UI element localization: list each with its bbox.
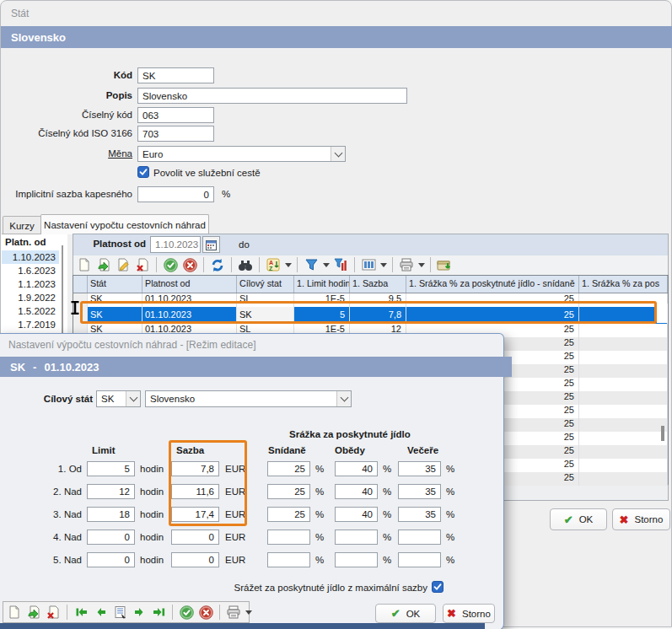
nav-last-icon[interactable] <box>150 604 167 621</box>
doc-list-icon[interactable] <box>111 604 128 621</box>
printer-icon[interactable] <box>225 604 242 621</box>
doc-delete-icon[interactable] <box>134 256 151 273</box>
nav-prev-icon[interactable] <box>92 604 109 621</box>
doc-open-icon[interactable] <box>95 256 112 273</box>
refresh-icon[interactable] <box>209 256 226 273</box>
grid-col-header[interactable]: 1. Srážka % za poskytnuté jídlo - snídan… <box>406 276 579 293</box>
obedy-input[interactable]: 40 <box>335 484 378 499</box>
grid-cell[interactable] <box>579 445 668 459</box>
grid-cell[interactable] <box>579 324 668 337</box>
grid-col-header[interactable]: Stát <box>88 276 142 293</box>
calendar-button[interactable] <box>202 236 220 253</box>
snidane-input[interactable]: 25 <box>267 507 310 522</box>
dropdown-arrow[interactable] <box>322 257 330 272</box>
limit-input[interactable]: 12 <box>87 484 135 499</box>
filter-columns-icon[interactable] <box>332 256 349 273</box>
iso-input[interactable]: 703 <box>137 126 214 142</box>
snidane-input[interactable] <box>267 552 310 567</box>
vecere-input[interactable]: 35 <box>398 507 441 522</box>
grid-col-header[interactable]: 1. Srážka % za pos <box>579 276 668 293</box>
date-list-item[interactable]: 1.10.2023 <box>2 250 59 264</box>
columns-icon[interactable] <box>360 256 377 273</box>
dropdown-arrow[interactable] <box>417 257 425 272</box>
grid-col-header[interactable]: 1. Limit hodin <box>294 276 350 293</box>
sort-az-icon[interactable]: AZ <box>265 256 282 273</box>
filter-icon[interactable] <box>303 256 320 273</box>
binoculars-icon[interactable] <box>237 256 254 273</box>
dropdown-arrow[interactable] <box>284 257 292 272</box>
obedy-input[interactable] <box>335 530 378 545</box>
srazet-checkbox[interactable] <box>432 581 444 593</box>
obedy-input[interactable]: 40 <box>335 507 378 522</box>
povolit-checkbox[interactable] <box>137 166 149 178</box>
vecere-input[interactable]: 35 <box>398 484 441 499</box>
vecere-input[interactable] <box>398 552 441 567</box>
obedy-input[interactable]: 40 <box>335 461 378 476</box>
vecere-input[interactable] <box>398 530 441 545</box>
grid-cell[interactable] <box>579 405 668 418</box>
grid-cell[interactable] <box>579 364 668 378</box>
grid-cell[interactable] <box>579 337 668 351</box>
snidane-input[interactable]: 25 <box>267 484 310 499</box>
obedy-input[interactable] <box>335 552 378 567</box>
ok-circle-icon[interactable] <box>178 604 195 621</box>
kod-input[interactable]: SK <box>137 67 214 83</box>
grid-cell[interactable] <box>579 351 668 364</box>
sazba-input[interactable]: 0 <box>171 530 219 545</box>
limit-input[interactable]: 18 <box>87 507 135 522</box>
limit-input[interactable]: 5 <box>87 461 135 476</box>
grid-cell[interactable] <box>579 391 668 405</box>
export-icon[interactable] <box>436 256 453 273</box>
ok-button[interactable]: ✔OK <box>550 508 607 530</box>
doc-new-icon[interactable] <box>76 256 93 273</box>
grid-col-header[interactable] <box>73 276 88 293</box>
dropdown-arrow[interactable] <box>245 605 252 620</box>
vecere-input[interactable]: 35 <box>398 461 441 476</box>
snidane-input[interactable] <box>267 530 310 545</box>
date-list-item[interactable]: 1.7.2019 <box>2 318 59 331</box>
date-list-item[interactable]: 1.9.2022 <box>2 291 59 304</box>
mena-combo[interactable]: Euro <box>137 146 346 162</box>
snidane-input[interactable]: 25 <box>267 461 310 476</box>
grid-cell[interactable] <box>579 418 668 432</box>
printer-icon[interactable] <box>398 256 415 273</box>
limit-input[interactable]: 0 <box>87 552 135 567</box>
cancel-circle-icon[interactable] <box>197 604 214 621</box>
grid-cell[interactable] <box>579 432 668 445</box>
date-list-item[interactable]: 1.6.2023 <box>2 264 59 277</box>
implicitni-input[interactable]: 0 <box>137 186 214 202</box>
grid-cell[interactable] <box>579 472 668 486</box>
grid-cell[interactable] <box>579 378 668 391</box>
doc-new-icon[interactable] <box>6 604 23 621</box>
storno-button[interactable]: ✖Storno <box>612 508 670 530</box>
cilovy-code-combo[interactable]: SK <box>96 390 141 407</box>
nav-next-icon[interactable] <box>131 604 148 621</box>
chevron-down-icon[interactable] <box>331 147 345 161</box>
limit-input[interactable]: 0 <box>87 530 135 545</box>
chevron-down-icon <box>126 391 140 406</box>
doc-edit-icon[interactable] <box>115 256 132 273</box>
date-list-item[interactable]: 1.1.2023 <box>2 277 59 291</box>
grid-col-header[interactable]: Platnost od <box>142 276 237 293</box>
grid-col-header[interactable]: Cílový stat <box>237 276 294 293</box>
tab-nastaveni[interactable]: Nastavení vypočtu cestovních náhrad <box>40 214 209 234</box>
popis-input[interactable]: Slovensko <box>137 88 407 104</box>
editor-ok-button[interactable]: ✔OK <box>375 604 436 623</box>
grid-col-header[interactable]: 1. Sazba <box>350 276 406 293</box>
sazba-input[interactable]: 0 <box>171 552 219 567</box>
date-list-item[interactable]: 1.5.2022 <box>2 304 59 318</box>
doc-open-icon[interactable] <box>25 604 42 621</box>
cancel-circle-icon[interactable] <box>181 256 198 273</box>
dropdown-arrow[interactable] <box>379 257 387 272</box>
date-list-scrollbar[interactable] <box>62 245 63 335</box>
grid-scrollbar-thumb[interactable] <box>661 426 664 441</box>
grid-cell[interactable] <box>579 459 668 472</box>
nav-first-icon[interactable] <box>73 604 89 621</box>
doc-delete-icon[interactable] <box>45 604 62 621</box>
ciselny-input[interactable]: 063 <box>137 107 214 123</box>
editor-storno-button[interactable]: ✖Storno <box>443 604 495 623</box>
tab-kurzy[interactable]: Kurzy <box>3 216 41 234</box>
platnost-od-input[interactable]: 1.10.2023 <box>150 236 201 253</box>
cilovy-name-combo[interactable]: Slovensko <box>145 390 352 407</box>
ok-circle-icon[interactable] <box>162 256 179 273</box>
